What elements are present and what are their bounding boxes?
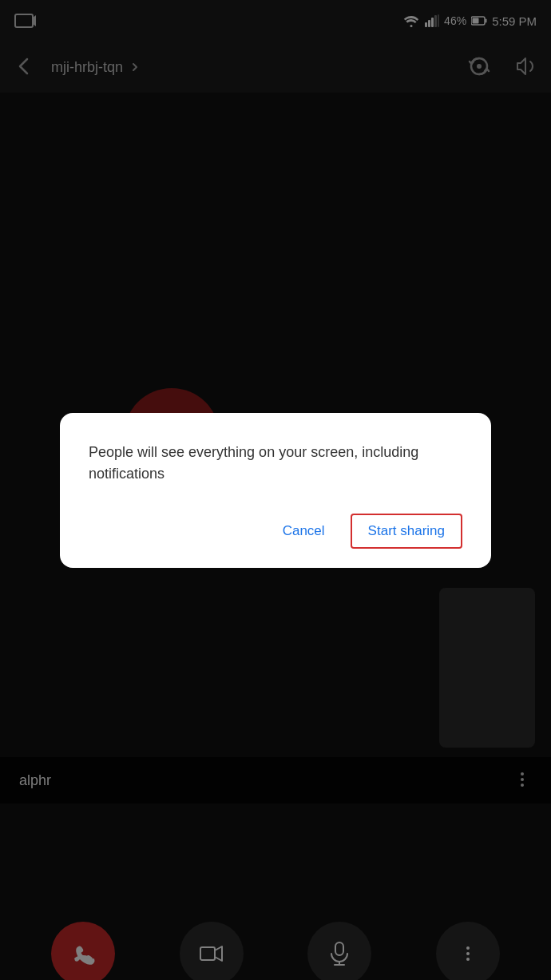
start-sharing-button[interactable]: Start sharing (351, 514, 462, 549)
dialog-buttons: Cancel Start sharing (89, 514, 462, 549)
cancel-button[interactable]: Cancel (270, 515, 338, 547)
screen-share-dialog: People will see everything on your scree… (60, 413, 491, 568)
modal-overlay: People will see everything on your scree… (0, 0, 551, 980)
dialog-message: People will see everything on your scree… (89, 442, 462, 485)
